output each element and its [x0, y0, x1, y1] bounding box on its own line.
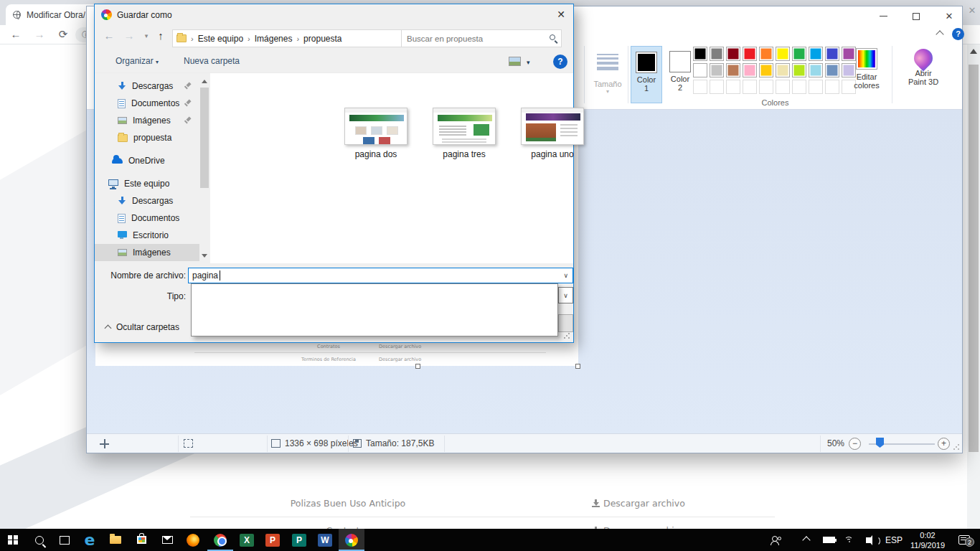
taskbar-word[interactable]: W: [312, 529, 338, 551]
network-indicator[interactable]: [841, 529, 858, 551]
search-input[interactable]: Buscar en propuesta: [401, 29, 562, 47]
palette-empty-cell[interactable]: [743, 80, 757, 94]
nav-history-caret[interactable]: ▾: [139, 32, 154, 39]
scroll-up-icon[interactable]: [202, 80, 207, 83]
maximize-button[interactable]: [900, 6, 933, 26]
breadcrumb-item[interactable]: propuesta: [303, 34, 341, 44]
views-icon[interactable]: [509, 57, 521, 66]
dialog-titlebar[interactable]: Guardar como: [95, 4, 573, 25]
taskbar-firefox[interactable]: [180, 529, 206, 551]
dialog-resize-grip[interactable]: [563, 332, 570, 339]
task-view-button[interactable]: [52, 529, 77, 551]
color2-button[interactable]: Color2: [664, 46, 696, 103]
taskbar-powerpoint[interactable]: P: [260, 529, 286, 551]
filename-dropdown-icon[interactable]: ∨: [563, 272, 568, 279]
window-resize-grip[interactable]: [953, 443, 960, 451]
palette-swatch[interactable]: [792, 47, 806, 61]
clock[interactable]: 0:0211/9/2019: [905, 529, 950, 551]
size-button[interactable]: Tamaño ▾: [589, 46, 626, 103]
browser-forward-button[interactable]: →: [32, 28, 47, 40]
file-list[interactable]: pagina dos pagina tres: [210, 73, 573, 263]
sidebar-scrollbar[interactable]: [199, 76, 209, 261]
palette-empty-cell[interactable]: [792, 80, 806, 94]
taskbar-excel[interactable]: X: [234, 529, 260, 551]
sidebar-item-descargas-2[interactable]: Descargas: [95, 192, 199, 209]
color1-button[interactable]: Color1: [631, 46, 662, 103]
palette-swatch[interactable]: [809, 63, 823, 77]
dialog-close-button[interactable]: ✕: [549, 5, 573, 24]
hide-folders-button[interactable]: Ocultar carpetas: [105, 322, 179, 332]
palette-swatch[interactable]: [759, 63, 773, 77]
start-button[interactable]: [0, 529, 26, 551]
canvas-resize-handle[interactable]: [415, 364, 420, 369]
palette-empty-cell[interactable]: [710, 80, 724, 94]
action-center-button[interactable]: 2: [954, 529, 974, 551]
palette-swatch[interactable]: [792, 63, 806, 77]
edit-colors-button[interactable]: Editarcolores: [844, 46, 889, 103]
breadcrumb-item[interactable]: Imágenes: [255, 34, 293, 44]
palette-swatch[interactable]: [809, 47, 823, 61]
taskbar-file-explorer[interactable]: [103, 529, 128, 551]
sidebar-item-escritorio[interactable]: Escritorio: [95, 227, 199, 244]
palette-swatch[interactable]: [776, 47, 790, 61]
close-button[interactable]: ✕: [933, 6, 966, 26]
taskbar-chrome[interactable]: [207, 529, 233, 551]
palette-swatch[interactable]: [743, 63, 757, 77]
palette-swatch[interactable]: [710, 63, 724, 77]
sidebar-item-imagenes[interactable]: Imágenes: [95, 112, 199, 129]
palette-swatch[interactable]: [726, 63, 740, 77]
new-folder-button[interactable]: Nueva carpeta: [184, 56, 240, 66]
palette-swatch[interactable]: [693, 47, 707, 61]
scrollbar-thumb[interactable]: [969, 65, 979, 452]
palette-swatch[interactable]: [693, 63, 707, 77]
collapse-ribbon-icon[interactable]: [936, 30, 943, 38]
organize-menu[interactable]: Organizar ▾: [116, 56, 159, 66]
taskbar-edge[interactable]: e: [77, 529, 103, 551]
sidebar-item-documentos[interactable]: Documentos: [95, 95, 199, 112]
nav-back-button[interactable]: ←: [102, 29, 116, 42]
browser-back-button[interactable]: ←: [9, 28, 23, 40]
search-icon[interactable]: [550, 34, 555, 40]
taskbar-paint[interactable]: [339, 529, 364, 551]
sidebar-item-descargas[interactable]: Descargas: [95, 77, 199, 95]
taskbar-store[interactable]: [128, 529, 154, 551]
open-paint3d-button[interactable]: AbrirPaint 3D: [896, 46, 951, 103]
filename-input[interactable]: pagina ∨: [188, 268, 573, 283]
sidebar-item-este-equipo[interactable]: Este equipo: [95, 175, 199, 192]
zoom-in-button[interactable]: +: [938, 438, 950, 450]
taskbar-publisher[interactable]: P: [286, 529, 312, 551]
palette-empty-cell[interactable]: [726, 80, 740, 94]
palette-swatch[interactable]: [759, 47, 773, 61]
sidebar-item-imagenes-2[interactable]: Imágenes: [95, 244, 199, 261]
palette-swatch[interactable]: [776, 63, 790, 77]
taskbar-mail[interactable]: [154, 529, 180, 551]
zoom-slider-handle[interactable]: [876, 438, 884, 448]
file-item[interactable]: pagina uno: [513, 108, 592, 159]
palette-empty-cell[interactable]: [759, 80, 773, 94]
file-item[interactable]: pagina dos: [336, 108, 415, 159]
people-button[interactable]: [768, 529, 785, 551]
download-link[interactable]: Descargar archivo: [592, 498, 685, 509]
nav-forward-button[interactable]: →: [122, 29, 136, 42]
canvas-resize-handle[interactable]: [575, 364, 580, 369]
zoom-out-button[interactable]: −: [849, 438, 861, 450]
scroll-down-icon[interactable]: [202, 254, 207, 258]
palette-empty-cell[interactable]: [693, 80, 707, 94]
battery-indicator[interactable]: [819, 529, 838, 551]
palette-swatch[interactable]: [710, 47, 724, 61]
tray-overflow-button[interactable]: [798, 529, 815, 551]
sidebar-item-documentos-2[interactable]: Documentos: [95, 209, 199, 227]
palette-empty-cell[interactable]: [776, 80, 790, 94]
language-indicator[interactable]: ESP: [882, 529, 905, 551]
browser-close-button[interactable]: ✕: [964, 3, 980, 19]
palette-empty-cell[interactable]: [825, 80, 839, 94]
browser-scrollbar[interactable]: [967, 44, 980, 529]
nav-up-button[interactable]: ↑: [154, 29, 168, 42]
filetype-dropdown[interactable]: ∨: [558, 287, 573, 303]
palette-swatch[interactable]: [743, 47, 757, 61]
scroll-up-icon[interactable]: [970, 49, 977, 54]
taskbar-search-button[interactable]: [27, 529, 52, 551]
file-item[interactable]: pagina tres: [425, 108, 504, 159]
palette-swatch[interactable]: [825, 63, 839, 77]
sidebar-item-onedrive[interactable]: OneDrive: [95, 152, 199, 169]
